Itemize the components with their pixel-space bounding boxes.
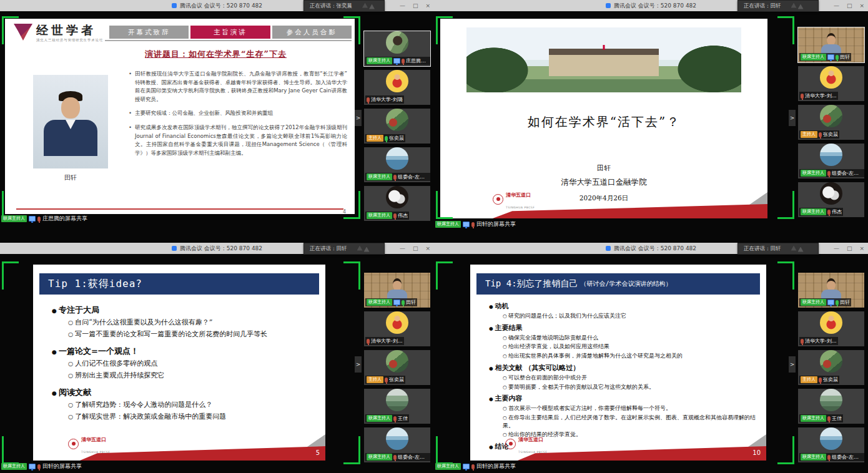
cohost-badge: 联席主持人 (1, 215, 27, 222)
bio-bullet: 田轩教授现任清华大学五道口金融学院副院长、九鼎金融学讲席教授，教育部“长江学者”… (127, 70, 347, 104)
close-button[interactable]: × (425, 2, 430, 9)
participant-tile[interactable]: 主持人张奕晨 (798, 105, 864, 140)
participant-name: 清华大学-刘璐 (371, 96, 403, 103)
participant-name: 王佳 (398, 415, 408, 422)
mic-icon (801, 339, 804, 344)
meeting-watermark-icon (791, 3, 804, 9)
participant-tile[interactable]: 联席主持人组委会-左文... (798, 427, 864, 462)
pbcsf-logo: 清华五道口TSINGHUA PBCSF (493, 187, 535, 211)
participant-tile[interactable]: 联席主持人组委会-左文超 (798, 144, 864, 178)
screen-share-icon (827, 54, 834, 60)
minimize-button[interactable]: — (834, 245, 839, 251)
cohost-badge: 联席主持人 (367, 212, 392, 219)
close-button[interactable]: × (859, 245, 864, 251)
participant-avatar (386, 311, 408, 334)
mic-icon (819, 378, 822, 383)
four-meeting-screenshots-grid: 腾讯会议 会议号：520 870 482 — □ × 正在讲话：张奕晨 经世学者… (0, 0, 868, 473)
minimize-button[interactable]: — (400, 245, 405, 251)
participant-tile[interactable]: 清华大学-刘璐 (364, 70, 430, 105)
participant-name: 清华大学-刘... (805, 92, 837, 99)
participant-tile[interactable]: 联席主持人伟杰 (798, 182, 864, 217)
participant-avatar (820, 389, 842, 411)
participant-tile[interactable]: 主持人张奕晨 (798, 350, 864, 385)
participant-tile[interactable]: 联席主持人田轩 (798, 27, 864, 62)
participant-strip: 联席主持人田轩 清华大学-刘... 主持人张奕晨 联席主持人组委会-左文超 联席… (798, 27, 864, 219)
mic-icon (471, 464, 475, 469)
participant-tile[interactable]: 联席主持人组委会-左文... (364, 427, 430, 462)
participant-name: 张奕晨 (389, 376, 404, 383)
window-controls: — □ × (834, 0, 864, 11)
speaking-text: 正在讲话：田轩 (744, 2, 781, 10)
participant-tile[interactable]: 清华大学-刘... (798, 311, 864, 346)
participant-name: 田轩 (840, 54, 850, 61)
share-frame-corner-icon (343, 436, 360, 464)
meeting-window-top-left: 腾讯会议 会议号：520 870 482 — □ × 正在讲话：张奕晨 经世学者… (0, 0, 434, 236)
participant-tile[interactable]: 联席主持人组委会-左文超 (364, 147, 430, 182)
collapse-participants-chevron-icon[interactable]: > (355, 356, 362, 373)
cohost-badge: 联席主持人 (801, 415, 826, 422)
participant-tile[interactable]: 联席主持人伟杰 (364, 186, 430, 221)
screen-share-icon (29, 216, 36, 222)
share-label: 庄思腾的屏幕共享 (42, 215, 87, 223)
tip-item: 自问“为什么这很重要以及为什么这很有趣？” (68, 318, 317, 328)
speaking-text: 正在讲话：田轩 (310, 245, 347, 253)
participant-tile[interactable]: 联席主持人王佳 (798, 389, 864, 424)
tab-group-photo: 参会人员合影 (272, 26, 352, 39)
pbcsf-logo-name: 清华五道口 (81, 437, 106, 442)
participant-avatar (386, 186, 408, 208)
collapse-participants-chevron-icon[interactable]: > (789, 356, 796, 373)
participant-tile[interactable]: 联席主持人庄思腾的屏幕... (364, 31, 430, 66)
participant-tile[interactable]: 主持人张奕晨 (364, 109, 430, 144)
meeting-window-bottom-right: 腾讯会议 会议号：520 870 482 — □ × 正在讲话：田轩 Tip 4… (434, 236, 868, 473)
minimize-button[interactable]: — (400, 2, 405, 9)
participant-tile[interactable]: 清华大学-刘... (364, 311, 430, 346)
mic-icon (385, 136, 388, 141)
maximize-button[interactable]: □ (413, 245, 418, 251)
participant-tile[interactable]: 清华大学-刘... (798, 66, 864, 101)
share-frame-corner-icon (436, 16, 453, 44)
mic-icon (819, 132, 822, 137)
shared-slide-tip4: Tip 4:别忘了推销自己 （研讨会/学术会议演讲的结构） 动机 研究的问题是什… (470, 265, 766, 461)
screen-share-status-bar: 联席主持人 田轩的屏幕共享 (435, 462, 516, 471)
close-button[interactable]: × (859, 2, 864, 9)
mic-icon (367, 97, 370, 102)
mic-icon (836, 300, 839, 305)
collapse-participants-chevron-icon[interactable]: > (355, 110, 362, 126)
cohost-badge: 联席主持人 (367, 173, 392, 180)
minimize-button[interactable]: — (834, 2, 839, 9)
participant-avatar (820, 66, 842, 89)
participant-tile[interactable]: 联席主持人王佳 (364, 389, 430, 424)
collapse-participants-chevron-icon[interactable]: > (789, 110, 796, 126)
tip-item: 专注于大局 (52, 305, 317, 316)
pbcsf-logo-name: 清华五道口 (518, 437, 543, 442)
close-button[interactable]: × (425, 245, 430, 251)
meeting-watermark-icon (357, 246, 370, 252)
share-frame-corner-icon (777, 436, 794, 464)
cohost-badge: 联席主持人 (801, 170, 826, 177)
share-frame-corner-icon (436, 261, 453, 290)
slide-title: 演讲题目：如何在学术界“生存”下去 (145, 49, 287, 60)
maximize-button[interactable]: □ (847, 2, 852, 9)
slide-section-tabs: 开幕式致辞 主旨演讲 参会人员合影 (109, 26, 352, 39)
mic-icon (827, 171, 831, 176)
participant-avatar (386, 147, 408, 170)
campus-photo (466, 27, 741, 92)
pbcsf-logo-sub: TSINGHUA PBCSF (81, 451, 110, 454)
tip-item: 阅读文献 (52, 387, 317, 398)
speaking-text: 正在讲话：张奕晨 (310, 2, 352, 10)
participant-tile[interactable]: 联席主持人田轩 (364, 273, 430, 308)
tab-opening-speech: 开幕式致辞 (109, 26, 189, 39)
slide-page-number: 10 (752, 449, 761, 456)
cohost-badge: 联席主持人 (367, 415, 392, 422)
tip-item: 首次展示一个模型或者实证方法时，你需要仔细解释每一个符号。 (503, 404, 757, 412)
tip-item: 要简明扼要，全都关于你的贡献以及它与这些文献的关系。 (503, 383, 757, 391)
slide-date: 2020年4月26日 (440, 194, 767, 203)
cohost-badge: 联席主持人 (1, 463, 27, 470)
tip-item: 人们记不住很多零碎的观点 (68, 359, 317, 369)
cohost-badge: 联席主持人 (435, 463, 461, 470)
pbcsf-emblem-icon (493, 194, 503, 205)
maximize-button[interactable]: □ (847, 245, 852, 251)
participant-tile[interactable]: 联席主持人田轩 (798, 273, 864, 308)
participant-tile[interactable]: 主持人张奕晨 (364, 350, 430, 385)
maximize-button[interactable]: □ (413, 2, 418, 9)
